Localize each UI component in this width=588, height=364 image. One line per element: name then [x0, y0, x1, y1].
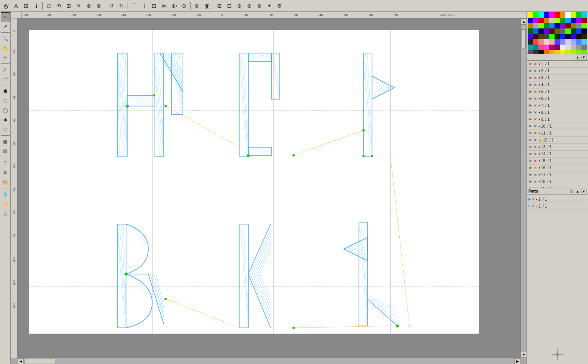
- color-swatch-72[interactable]: [560, 45, 565, 50]
- toolbar-btn-14[interactable]: ⊡: [149, 1, 159, 10]
- toolbar-btn-0[interactable]: W̲: [2, 1, 11, 10]
- scroll-track-v[interactable]: [521, 25, 527, 352]
- parts-expand[interactable]: □: [569, 189, 574, 194]
- toolbar-btn-4[interactable]: □: [44, 1, 53, 10]
- color-swatch-35[interactable]: [538, 28, 544, 34]
- parts-down[interactable]: ▼: [581, 189, 586, 194]
- part-x-1[interactable]: ✕: [532, 197, 535, 201]
- color-swatch-28[interactable]: [560, 23, 565, 28]
- color-swatch-47[interactable]: [544, 34, 549, 39]
- parts-up[interactable]: ▲: [575, 189, 580, 194]
- color-swatch-70[interactable]: [549, 45, 555, 50]
- layer-x-2[interactable]: ✕: [533, 69, 538, 73]
- color-swatch-30[interactable]: [571, 23, 576, 28]
- color-swatch-21[interactable]: [581, 18, 587, 23]
- layer-row-12[interactable]: 👁✕🔒12. / 1: [527, 137, 588, 144]
- color-swatch-73[interactable]: [565, 45, 571, 50]
- layer-eye-18[interactable]: 👁: [528, 180, 532, 184]
- tool-text[interactable]: T: [1, 158, 10, 168]
- color-swatch-18[interactable]: [565, 18, 571, 23]
- color-swatch-76[interactable]: [581, 45, 587, 50]
- color-swatch-17[interactable]: [560, 18, 565, 23]
- color-swatch-56[interactable]: [533, 39, 538, 45]
- toolbar-btn-25[interactable]: ✦: [265, 1, 274, 10]
- scroll-thumb-v[interactable]: [521, 29, 526, 48]
- layer-row-1[interactable]: 👁✕●1. / 1: [527, 61, 588, 68]
- layer-eye-15[interactable]: 👁: [528, 159, 532, 163]
- layer-x-9[interactable]: ✕: [533, 117, 538, 122]
- color-swatch-11[interactable]: [528, 18, 533, 23]
- layer-row-8[interactable]: 👁✕●8. / 1: [527, 109, 588, 116]
- color-swatch-15[interactable]: [549, 18, 555, 23]
- tool-select2[interactable]: ↗: [1, 22, 10, 31]
- tool-eyedropper[interactable]: 💧: [1, 189, 10, 199]
- color-swatch-13[interactable]: [538, 18, 544, 23]
- toolbar-btn-8[interactable]: ⊛: [84, 1, 93, 10]
- color-swatch-55[interactable]: [528, 39, 533, 45]
- color-swatch-48[interactable]: [549, 34, 555, 39]
- color-swatch-60[interactable]: [555, 39, 560, 45]
- layer-row-11[interactable]: 👁✕●11. / 1: [527, 130, 588, 137]
- layer-eye-14[interactable]: 👁: [528, 152, 532, 156]
- color-swatch-61[interactable]: [560, 39, 565, 45]
- toolbar-btn-26[interactable]: ⚙: [275, 1, 284, 10]
- toolbar-btn-9[interactable]: ⊗: [94, 1, 103, 10]
- layer-eye-2[interactable]: 👁: [528, 69, 532, 73]
- toolbar-btn-17[interactable]: ⊙: [179, 1, 189, 10]
- color-swatch-7[interactable]: [565, 12, 571, 18]
- color-swatch-16[interactable]: [555, 18, 560, 23]
- layer-x-3[interactable]: ✕: [533, 76, 538, 80]
- color-swatch-58[interactable]: [544, 39, 549, 45]
- layer-x-6[interactable]: ✕: [533, 96, 538, 101]
- toolbar-btn-2[interactable]: ⊞: [22, 1, 31, 10]
- layer-eye-11[interactable]: 👁: [528, 131, 532, 136]
- color-swatch-45[interactable]: [533, 34, 538, 39]
- color-swatch-19[interactable]: [571, 18, 576, 23]
- color-swatch-65[interactable]: [581, 39, 587, 45]
- toolbar-btn-13[interactable]: ⟨: [140, 1, 149, 10]
- color-swatch-12[interactable]: [533, 18, 538, 23]
- tool-fill1[interactable]: ▦: [1, 137, 10, 146]
- color-swatch-75[interactable]: [576, 45, 581, 50]
- tool-shape1[interactable]: ⬟: [1, 86, 10, 96]
- color-swatch-66[interactable]: [528, 45, 533, 50]
- color-swatch-25[interactable]: [544, 23, 549, 28]
- layer-x-15[interactable]: ✕: [533, 159, 538, 163]
- layer-row-15[interactable]: 👁✕●15. / 1: [527, 158, 588, 165]
- color-swatch-37[interactable]: [549, 28, 555, 34]
- layer-x-12[interactable]: ✕: [533, 138, 538, 143]
- layer-row-2[interactable]: 👁✕●2. / 1: [527, 68, 588, 75]
- toolbar-btn-10[interactable]: ↺: [107, 1, 116, 10]
- color-swatch-22[interactable]: [528, 23, 533, 28]
- color-swatch-24[interactable]: [538, 23, 544, 28]
- color-swatch-36[interactable]: [544, 28, 549, 34]
- embroidery-canvas[interactable]: ▲ ▼: [18, 18, 527, 358]
- layer-row-10[interactable]: 👁✕●10. / 1: [527, 123, 588, 130]
- parts-row-1[interactable]: ▶✕●1. / 1: [528, 196, 587, 203]
- layer-x-11[interactable]: ✕: [533, 131, 538, 136]
- layer-row-7[interactable]: 👁✕●7. / 1: [527, 102, 588, 109]
- layer-row-3[interactable]: 👁✕●3. / 1: [527, 75, 588, 81]
- scroll-down-arrow[interactable]: ▼: [521, 352, 527, 358]
- toolbar-btn-24[interactable]: ⊛: [255, 1, 264, 10]
- tool-select[interactable]: ↖: [1, 12, 10, 22]
- layer-x-18[interactable]: ✕: [533, 180, 538, 184]
- layer-x-16[interactable]: ✕: [533, 166, 538, 170]
- layer-eye-17[interactable]: 👁: [528, 173, 532, 177]
- toolbar-btn-15[interactable]: ⋈: [159, 1, 169, 10]
- color-swatch-49[interactable]: [555, 34, 560, 39]
- color-swatch-9[interactable]: [576, 12, 581, 18]
- color-swatch-6[interactable]: [560, 12, 565, 18]
- color-swatch-57[interactable]: [538, 39, 544, 45]
- toolbar-btn-16[interactable]: ⟴: [169, 1, 179, 10]
- tool-shape3[interactable]: ◯: [1, 106, 10, 115]
- layer-row-5[interactable]: 👁✕●5. / 1: [527, 88, 588, 95]
- color-swatch-54[interactable]: [581, 34, 587, 39]
- color-swatch-42[interactable]: [576, 28, 581, 34]
- color-swatch-59[interactable]: [549, 39, 555, 45]
- layer-row-16[interactable]: 👁✕●16. / 1: [527, 165, 588, 171]
- color-swatch-67[interactable]: [533, 45, 538, 50]
- layer-row-4[interactable]: 👁✕●4. / 1: [527, 81, 588, 88]
- toolbar-btn-22[interactable]: ⊕: [235, 1, 244, 10]
- vertical-scrollbar[interactable]: ▲ ▼: [520, 18, 527, 358]
